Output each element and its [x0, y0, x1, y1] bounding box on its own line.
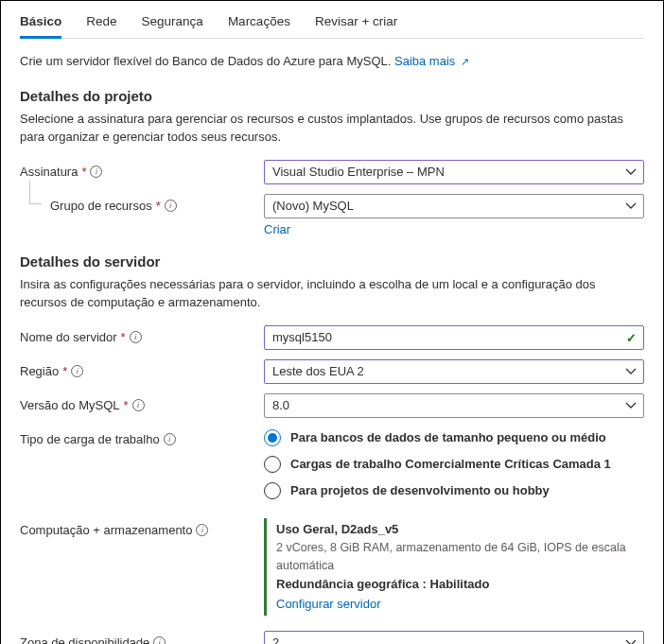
chevron-down-icon — [625, 168, 637, 176]
subscription-label-text: Assinatura — [20, 165, 78, 179]
resource-group-select[interactable]: (Novo) MySQL — [264, 194, 644, 218]
mysql-version-select[interactable]: 8.0 — [264, 393, 644, 418]
create-resource-group-link[interactable]: Criar — [264, 222, 290, 236]
compute-sku: Uso Geral, D2ads_v5 — [276, 520, 644, 539]
learn-more-label: Saiba mais — [394, 54, 455, 68]
tab-security[interactable]: Segurança — [142, 10, 203, 39]
workload-dev-label: Para projetos de desenvolvimento ou hobb… — [290, 483, 550, 497]
chevron-down-icon — [625, 202, 637, 210]
availability-zone-select[interactable]: 2 — [264, 631, 644, 644]
resource-group-value: (Novo) MySQL — [272, 199, 354, 213]
info-icon[interactable]: i — [165, 200, 177, 212]
tab-basic[interactable]: Básico — [20, 10, 61, 39]
chevron-down-icon — [625, 368, 637, 375]
radio-icon — [264, 482, 281, 499]
region-label-text: Região — [20, 364, 59, 378]
region-select[interactable]: Leste dos EUA 2 — [264, 359, 644, 384]
availability-zone-label-text: Zona de disponibilidade — [20, 635, 149, 644]
intro-text: Crie um servidor flexível do Banco de Da… — [20, 52, 644, 71]
subscription-label: Assinatura * i — [20, 160, 264, 179]
chevron-down-icon — [625, 639, 637, 644]
workload-small-label: Para bancos de dados de tamanho pequeno … — [290, 430, 606, 444]
info-icon[interactable]: i — [130, 331, 142, 343]
server-name-value: mysql5150 — [272, 330, 332, 344]
info-icon[interactable]: i — [132, 399, 145, 411]
server-name-label-text: Nome do servidor — [20, 330, 117, 344]
info-icon[interactable]: i — [164, 433, 176, 445]
workload-type-label: Tipo de carga de trabalho i — [20, 427, 264, 446]
server-desc: Insira as configurações necessárias para… — [20, 275, 644, 312]
availability-zone-label: Zona de disponibilidade i — [20, 631, 264, 644]
workload-radio-dev[interactable]: Para projetos de desenvolvimento ou hobb… — [264, 482, 644, 499]
configure-server-link[interactable]: Configurar servidor — [276, 597, 381, 611]
mysql-version-label: Versão do MySQL * i — [20, 393, 264, 412]
radio-icon-checked — [264, 429, 281, 446]
info-icon[interactable]: i — [71, 365, 83, 377]
chevron-down-icon — [625, 402, 637, 409]
compute-redundancy: Redundância geográfica : Habilitado — [276, 575, 644, 594]
resource-group-label: Grupo de recursos * i — [20, 194, 264, 213]
server-name-input[interactable]: mysql5150 ✓ — [264, 325, 644, 350]
compute-storage-label-text: Computação + armazenamento — [20, 523, 192, 537]
intro-sentence: Crie um servidor flexível do Banco de Da… — [20, 54, 391, 68]
workload-radio-small[interactable]: Para bancos de dados de tamanho pequeno … — [264, 429, 644, 446]
subscription-select[interactable]: Visual Studio Enterprise – MPN — [264, 160, 644, 184]
tab-review[interactable]: Revisar + criar — [315, 10, 397, 39]
tab-network[interactable]: Rede — [86, 10, 116, 39]
tabs-bar: Básico Rede Segurança Marcações Revisar … — [20, 1, 644, 39]
tab-tags[interactable]: Marcações — [228, 10, 290, 39]
availability-zone-value: 2 — [272, 635, 279, 644]
region-label: Região * i — [20, 359, 264, 378]
info-icon[interactable]: i — [196, 524, 208, 536]
required-star: * — [81, 165, 86, 179]
project-desc: Selecione a assinatura para gerenciar os… — [20, 110, 644, 147]
required-star: * — [121, 330, 126, 344]
info-icon[interactable]: i — [153, 636, 166, 644]
region-value: Leste dos EUA 2 — [272, 364, 364, 378]
radio-icon — [264, 456, 281, 473]
required-star: * — [156, 199, 161, 213]
learn-more-link[interactable]: Saiba mais ↗ — [394, 54, 469, 68]
info-icon[interactable]: i — [90, 165, 102, 178]
project-heading: Detalhes do projeto — [20, 88, 644, 104]
server-name-label: Nome do servidor * i — [20, 325, 264, 344]
workload-type-label-text: Tipo de carga de trabalho — [20, 432, 160, 446]
required-star: * — [62, 364, 67, 378]
mysql-version-label-text: Versão do MySQL — [20, 398, 120, 412]
compute-detail: 2 vCores, 8 GiB RAM, armazenamento de 64… — [276, 539, 644, 576]
compute-summary: Uso Geral, D2ads_v5 2 vCores, 8 GiB RAM,… — [264, 518, 644, 616]
mysql-version-value: 8.0 — [272, 398, 289, 412]
subscription-value: Visual Studio Enterprise – MPN — [272, 165, 445, 179]
server-heading: Detalhes do servidor — [20, 253, 644, 270]
resource-group-label-text: Grupo de recursos — [50, 199, 152, 213]
workload-critical-label: Cargas de trabalho Comercialmente Crític… — [290, 457, 611, 471]
workload-radio-critical[interactable]: Cargas de trabalho Comercialmente Crític… — [264, 456, 644, 473]
required-star: * — [124, 398, 129, 412]
valid-check-icon: ✓ — [626, 330, 637, 344]
external-link-icon: ↗ — [461, 56, 469, 67]
compute-storage-label: Computação + armazenamento i — [20, 518, 264, 537]
